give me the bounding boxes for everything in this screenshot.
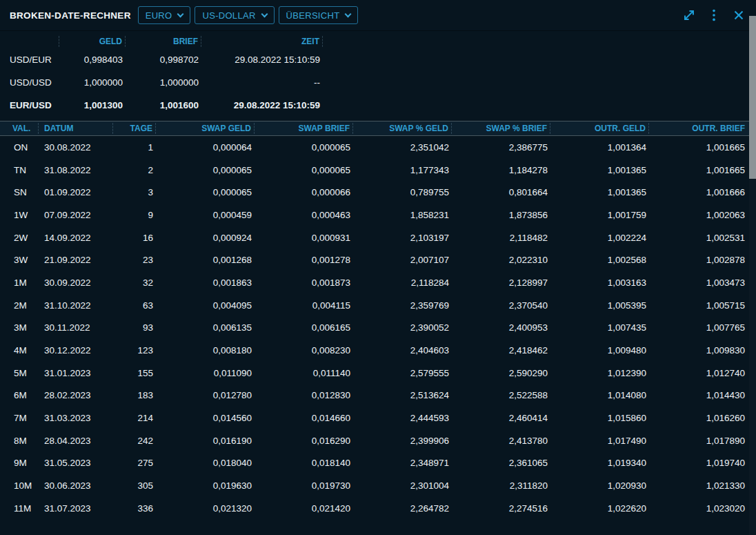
cell-outr-brief: 1,001665 [649, 142, 748, 153]
cell-val: 5M [0, 368, 39, 378]
cell-swap-geld: 0,000065 [156, 165, 255, 175]
cell-val: 3M [0, 322, 39, 333]
cell-val: 11M [0, 503, 39, 514]
col-header-swap-brief: SWAP BRIEF [255, 123, 353, 134]
cell-swap-pct-brief: 2,118482 [452, 233, 550, 243]
cell-swap-pct-geld: 2,359769 [353, 300, 452, 311]
cell-outr-brief: 1,012740 [649, 368, 748, 378]
cell-swap-brief: 0,000065 [255, 165, 353, 175]
cell-outr-brief: 1,017890 [649, 436, 748, 446]
table-row[interactable]: ON 30.08.2022 1 0,000064 0,000065 2,3510… [0, 136, 756, 159]
cell-swap-pct-geld: 0,789755 [353, 187, 452, 197]
cell-swap-pct-geld: 2,513624 [353, 390, 452, 400]
table-row[interactable]: 7M 31.03.2023 214 0,014560 0,014660 2,44… [0, 407, 756, 429]
table-row[interactable]: 11M 31.07.2023 336 0,021320 0,021420 2,2… [0, 497, 756, 520]
cell-outr-brief: 1,021330 [649, 480, 748, 491]
col-header-outr-geld: OUTR. GELD [550, 123, 649, 134]
cell-swap-pct-brief: 2,413780 [452, 436, 550, 446]
cell-outr-brief: 1,003473 [649, 278, 748, 288]
rates-header-brief: BRIEF [126, 36, 201, 47]
cell-val: 3W [0, 255, 39, 265]
table-row[interactable]: 2W 14.09.2022 16 0,000924 0,000931 2,103… [0, 226, 756, 249]
chevron-down-icon [345, 10, 352, 17]
rate-timestamp: 29.08.2022 15:10:59 [201, 55, 323, 65]
cell-tage: 63 [113, 300, 156, 311]
table-header-row: VAL. DATUM TAGE SWAP GELD SWAP BRIEF SWA… [0, 121, 756, 136]
cell-swap-pct-brief: 2,022310 [452, 255, 550, 265]
rate-geld-value: 1,000000 [59, 77, 126, 88]
close-icon[interactable] [731, 8, 746, 23]
cell-datum: 31.07.2023 [39, 503, 113, 514]
table-row[interactable]: 1M 30.09.2022 32 0,001863 0,001873 2,118… [0, 271, 756, 294]
cell-tage: 3 [113, 187, 156, 197]
kebab-menu-icon[interactable] [706, 8, 722, 23]
cell-val: 1W [0, 210, 39, 220]
cell-swap-brief: 0,000931 [255, 233, 353, 243]
cell-outr-geld: 1,022620 [550, 503, 649, 514]
col-header-swap-geld: SWAP GELD [156, 123, 255, 134]
cell-tage: 336 [113, 503, 156, 514]
table-row[interactable]: SN 01.09.2022 3 0,000065 0,000066 0,7897… [0, 181, 756, 204]
cell-swap-pct-geld: 2,351042 [353, 142, 452, 153]
cell-swap-pct-geld: 1,858231 [353, 210, 452, 220]
cell-swap-pct-brief: 2,274516 [452, 503, 550, 514]
rate-geld-value: 0,998403 [59, 55, 126, 65]
currency-1-dropdown[interactable]: EURO [138, 6, 191, 24]
cell-val: 6M [0, 390, 39, 400]
cell-swap-brief: 0,000066 [255, 187, 353, 197]
col-header-outr-brief: OUTR. BRIEF [649, 123, 748, 134]
currency-pair-label: USD/USD [0, 77, 59, 88]
cell-datum: 30.08.2022 [39, 142, 113, 153]
expand-icon[interactable] [682, 8, 697, 23]
cell-swap-brief: 0,021420 [255, 503, 353, 514]
table-row[interactable]: 4M 30.12.2022 123 0,008180 0,008230 2,40… [0, 339, 756, 362]
col-header-datum: DATUM [39, 123, 113, 134]
table-row[interactable]: 5M 31.01.2023 155 0,011090 0,011140 2,57… [0, 362, 756, 385]
cell-outr-geld: 1,002224 [550, 233, 649, 243]
cell-swap-pct-geld: 1,177343 [353, 165, 452, 175]
cell-val: 2W [0, 233, 39, 243]
table-row[interactable]: 9M 31.05.2023 275 0,018040 0,018140 2,34… [0, 452, 756, 475]
cell-swap-brief: 0,000065 [255, 142, 353, 153]
cell-tage: 93 [113, 322, 156, 333]
cell-swap-pct-geld: 2,579555 [353, 368, 452, 378]
titlebar: BROKEN-DATE-RECHNER EURO US-DOLLAR ÜBERS… [0, 0, 756, 31]
table-row[interactable]: 2M 31.10.2022 63 0,004095 0,004115 2,359… [0, 294, 756, 317]
vertical-scrollbar[interactable] [749, 16, 756, 535]
cell-swap-geld: 0,019630 [156, 480, 255, 491]
cell-swap-geld: 0,018040 [156, 458, 255, 468]
cell-datum: 21.09.2022 [39, 255, 113, 265]
cell-swap-pct-geld: 2,404603 [353, 345, 452, 356]
cell-outr-geld: 1,001365 [550, 165, 649, 175]
table-row[interactable]: 3W 21.09.2022 23 0,001268 0,001278 2,007… [0, 249, 756, 271]
table-row[interactable]: 8M 28.04.2023 242 0,016190 0,016290 2,39… [0, 429, 756, 452]
cell-swap-brief: 0,001873 [255, 278, 353, 288]
rate-row: USD/USD 1,000000 1,000000 -- [0, 71, 756, 94]
cell-outr-brief: 1,019740 [649, 458, 748, 468]
cell-tage: 1 [113, 142, 156, 153]
cell-swap-geld: 0,012780 [156, 390, 255, 400]
view-mode-dropdown-label: ÜBERSICHT [286, 10, 340, 21]
cell-outr-brief: 1,002063 [649, 210, 748, 220]
cell-swap-geld: 0,001863 [156, 278, 255, 288]
cell-swap-pct-brief: 1,184278 [452, 165, 550, 175]
table-row[interactable]: TN 31.08.2022 2 0,000065 0,000065 1,1773… [0, 159, 756, 182]
cell-datum: 14.09.2022 [39, 233, 113, 243]
cell-outr-brief: 1,023020 [649, 503, 748, 514]
currency-1-dropdown-label: EURO [146, 10, 172, 21]
col-header-swap-pct-brief: SWAP % BRIEF [452, 123, 550, 134]
table-row[interactable]: 6M 28.02.2023 183 0,012780 0,012830 2,51… [0, 385, 756, 407]
table-row[interactable]: 3M 30.11.2022 93 0,006135 0,006165 2,390… [0, 317, 756, 340]
table-row[interactable]: 1W 07.09.2022 9 0,000459 0,000463 1,8582… [0, 204, 756, 226]
table-row[interactable]: 10M 30.06.2023 305 0,019630 0,019730 2,3… [0, 474, 756, 497]
cell-outr-geld: 1,019340 [550, 458, 649, 468]
cell-swap-pct-brief: 2,590290 [452, 368, 550, 378]
scrollbar-thumb[interactable] [749, 16, 756, 179]
cell-swap-pct-brief: 2,460414 [452, 413, 550, 423]
cell-datum: 31.03.2023 [39, 413, 113, 423]
cell-outr-brief: 1,001665 [649, 165, 748, 175]
cell-swap-brief: 0,012830 [255, 390, 353, 400]
currency-2-dropdown[interactable]: US-DOLLAR [195, 6, 274, 24]
cell-tage: 214 [113, 413, 156, 423]
view-mode-dropdown[interactable]: ÜBERSICHT [279, 6, 359, 24]
